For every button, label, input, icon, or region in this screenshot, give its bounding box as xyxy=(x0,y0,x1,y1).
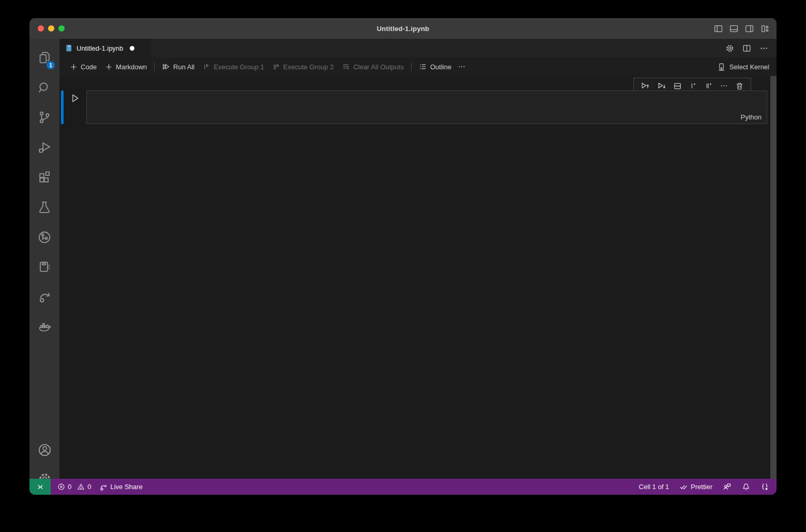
gear-icon[interactable] xyxy=(725,44,734,53)
clear-all-outputs-label: Clear All Outputs xyxy=(353,63,404,71)
notebook-file-icon xyxy=(65,44,73,52)
toolbar-separator xyxy=(154,63,155,71)
layout-customize-icon[interactable] xyxy=(761,24,769,33)
layout-panel-icon[interactable] xyxy=(729,24,738,33)
plus-icon xyxy=(70,63,78,71)
search-icon xyxy=(38,81,51,95)
run-all-icon xyxy=(162,63,170,71)
docker-icon xyxy=(38,320,51,333)
formatter-status[interactable]: Prettier xyxy=(679,482,712,491)
outline-label: Outline xyxy=(430,63,451,71)
run-all-button[interactable]: Run All xyxy=(158,60,199,73)
error-count: 0 xyxy=(68,483,71,491)
outline-button[interactable]: Outline xyxy=(415,60,455,73)
notebook-editor: Python xyxy=(59,76,777,479)
error-icon xyxy=(57,483,65,491)
warning-count: 0 xyxy=(87,483,91,491)
tab-label: Untitled-1.ipynb xyxy=(77,44,123,52)
status-bar: 0 0 Live Share Cell 1 of 1 Prettier xyxy=(29,479,777,495)
cell-code-editor[interactable]: Python xyxy=(86,90,767,124)
sidebar-item-jupyter[interactable] xyxy=(29,254,59,279)
clear-all-outputs-button[interactable]: Clear All Outputs xyxy=(338,60,408,73)
sidebar-item-testing[interactable] xyxy=(29,195,59,220)
braces-dot-icon xyxy=(761,482,769,491)
notebook-toolbar: Code Markdown Run All Execute Group 1 Ex… xyxy=(59,57,777,76)
sidebar-item-explorer[interactable]: 1 xyxy=(29,45,59,70)
clear-outputs-icon xyxy=(342,63,350,71)
minimize-window-button[interactable] xyxy=(48,25,54,32)
add-markdown-cell-button[interactable]: Markdown xyxy=(101,60,151,73)
jupyter-notebook-icon xyxy=(38,260,51,273)
live-share-small-icon xyxy=(99,483,108,491)
braces-indicator[interactable] xyxy=(761,482,769,491)
execute-group-2-label: Execute Group 2 xyxy=(283,63,334,71)
problems-indicator[interactable]: 0 0 xyxy=(57,483,91,491)
explorer-badge: 1 xyxy=(47,61,55,69)
remote-indicator[interactable] xyxy=(29,479,51,495)
execute-below-icon[interactable] xyxy=(657,81,666,90)
add-code-cell-button[interactable]: Code xyxy=(66,60,101,73)
outline-icon xyxy=(419,63,427,71)
notifications-button[interactable] xyxy=(742,483,750,491)
sidebar-item-account[interactable] xyxy=(29,437,59,462)
run-cell-button[interactable] xyxy=(70,93,80,103)
sidebar-item-live-share[interactable] xyxy=(29,284,59,309)
window-title: Untitled-1.ipynb xyxy=(29,25,777,33)
select-kernel-label: Select Kernel xyxy=(729,63,769,71)
title-bar: Untitled-1.ipynb xyxy=(29,18,777,39)
feedback-icon xyxy=(723,482,732,491)
insert-cell-right-icon[interactable] xyxy=(705,82,713,90)
tab-dirty-indicator[interactable] xyxy=(130,46,134,51)
sidebar-item-search[interactable] xyxy=(29,75,59,100)
notebook-scrollbar[interactable] xyxy=(770,76,777,479)
sidebar-item-run-debug[interactable] xyxy=(29,135,59,160)
live-share-status[interactable]: Live Share xyxy=(99,483,142,491)
ellipsis-icon xyxy=(458,63,466,71)
ellipsis-icon[interactable] xyxy=(759,44,768,53)
kernel-icon xyxy=(717,63,726,71)
cell-focus-indicator xyxy=(61,90,64,124)
layout-sidebar-left-icon[interactable] xyxy=(714,24,723,33)
tab-bar: Untitled-1.ipynb xyxy=(59,39,777,57)
zoom-window-button[interactable] xyxy=(58,25,65,32)
more-actions-button[interactable] xyxy=(455,60,468,73)
git-graph-icon xyxy=(38,231,51,244)
plus-icon xyxy=(105,63,113,71)
traffic-lights xyxy=(38,18,65,39)
cell-language-picker[interactable]: Python xyxy=(741,113,762,121)
vscode-window: Untitled-1.ipynb 1 xyxy=(29,18,777,495)
run-debug-icon xyxy=(38,141,51,154)
tab-untitled-1-ipynb[interactable]: Untitled-1.ipynb xyxy=(59,39,151,57)
select-kernel-button[interactable]: Select Kernel xyxy=(717,63,769,71)
run-all-label: Run All xyxy=(173,63,194,71)
source-control-icon xyxy=(38,111,51,124)
cell-position-label: Cell 1 of 1 xyxy=(639,483,670,491)
toolbar-separator xyxy=(411,63,412,71)
execute-group-1-button[interactable]: Execute Group 1 xyxy=(199,60,268,73)
add-markdown-label: Markdown xyxy=(116,63,147,71)
add-code-label: Code xyxy=(81,63,97,71)
account-icon xyxy=(38,443,52,457)
sidebar-item-docker[interactable] xyxy=(29,314,59,339)
live-share-label: Live Share xyxy=(110,483,142,491)
sidebar-item-source-control[interactable] xyxy=(29,105,59,130)
execute-group-1-label: Execute Group 1 xyxy=(214,63,264,71)
more-cell-actions-icon[interactable] xyxy=(720,82,728,90)
insert-cell-left-icon[interactable] xyxy=(689,82,697,90)
layout-sidebar-right-icon[interactable] xyxy=(745,24,754,33)
close-window-button[interactable] xyxy=(38,25,44,32)
extensions-icon xyxy=(38,171,51,184)
split-cell-icon[interactable] xyxy=(673,82,682,90)
double-check-icon xyxy=(679,482,688,491)
execute-above-icon[interactable] xyxy=(641,81,650,90)
delete-cell-icon[interactable] xyxy=(735,82,744,90)
feedback-button[interactable] xyxy=(723,482,732,491)
execute-group-2-button[interactable]: Execute Group 2 xyxy=(268,60,338,73)
remote-icon xyxy=(36,483,44,491)
execute-group-icon xyxy=(272,63,280,71)
sidebar-item-git-graph[interactable] xyxy=(29,225,59,250)
sidebar-item-extensions[interactable] xyxy=(29,165,59,190)
bell-icon xyxy=(742,483,750,491)
split-editor-icon[interactable] xyxy=(742,44,751,53)
cell-position-indicator[interactable]: Cell 1 of 1 xyxy=(639,483,670,491)
